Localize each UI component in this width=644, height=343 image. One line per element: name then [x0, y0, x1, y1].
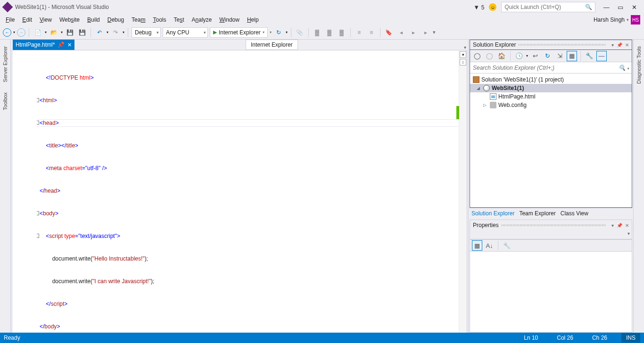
close-icon[interactable]: ✕: [625, 223, 629, 228]
menu-window[interactable]: Window: [215, 16, 243, 24]
sln-fwd-button[interactable]: ◯: [484, 51, 495, 61]
menu-debug[interactable]: Debug: [104, 16, 128, 24]
menu-help[interactable]: Help: [243, 16, 263, 24]
browser-link-button[interactable]: 📎: [295, 27, 305, 38]
active-tab-label: HtmlPage.html*: [16, 41, 55, 48]
pin-icon[interactable]: 📌: [58, 41, 65, 48]
sln-search-input[interactable]: Search Solution Explorer (Ctrl+;) 🔍 ▾: [470, 62, 632, 74]
indent-left-button[interactable]: ≡: [354, 27, 364, 38]
code-editor[interactable]: <!DOCTYPE html> -<html> -<head> <title><…: [12, 50, 467, 343]
pin-icon[interactable]: 📌: [617, 223, 622, 228]
active-document-tab[interactable]: HtmlPage.html* 📌 ✕: [13, 40, 74, 50]
dropdown-icon[interactable]: ▾: [611, 42, 614, 48]
platform-dropdown[interactable]: Any CPU: [163, 27, 208, 38]
redo-button[interactable]: ↷: [110, 27, 121, 38]
start-debug-button[interactable]: ▶Internet Explorer ▾: [210, 27, 268, 38]
open-file-button[interactable]: 📂: [49, 27, 59, 38]
bookmark-button[interactable]: 🔖: [384, 27, 394, 38]
close-icon[interactable]: ✕: [625, 42, 629, 48]
feedback-smiley-icon[interactable]: ☺: [489, 3, 496, 11]
editor-vscrollbar[interactable]: ▾ ↕: [459, 50, 467, 343]
pin-icon[interactable]: 📌: [617, 42, 622, 48]
close-tab-icon[interactable]: ✕: [67, 42, 72, 48]
status-ready: Ready: [4, 335, 20, 341]
status-line: Ln 10: [524, 335, 538, 341]
tab-solution-explorer[interactable]: Solution Explorer: [471, 210, 514, 217]
server-explorer-tab[interactable]: Server Explorer: [1, 41, 9, 87]
split-icon[interactable]: ▾: [460, 51, 466, 58]
sln-header[interactable]: Solution Explorer ▾📌✕: [470, 40, 632, 49]
save-button[interactable]: 💾: [65, 27, 75, 38]
preview-icon[interactable]: —: [596, 51, 607, 61]
tree-file-config[interactable]: ▷ Web.config: [470, 101, 632, 109]
props-wrench-icon[interactable]: 🔧: [502, 240, 512, 251]
tb-btn-a[interactable]: ▓: [312, 27, 322, 38]
tabs-overflow-icon[interactable]: ▾: [464, 45, 466, 50]
config-dropdown[interactable]: Debug: [132, 27, 161, 38]
bm-prev-button[interactable]: ◂: [396, 27, 406, 38]
menu-team[interactable]: Team: [128, 16, 149, 24]
properties-icon[interactable]: 🔧: [584, 51, 594, 61]
tree-solution[interactable]: Solution 'WebSite1(1)' (1 project): [470, 75, 632, 84]
sync-icon[interactable]: 🕓: [514, 51, 524, 61]
close-button[interactable]: ✕: [628, 4, 640, 11]
tree-project[interactable]: ◢ WebSite1(1): [470, 84, 632, 92]
expand-icon[interactable]: ↕: [460, 59, 466, 65]
nav-back-button[interactable]: ←: [3, 28, 11, 37]
tree-file-html[interactable]: HtmlPage.html: [470, 92, 632, 101]
menu-view[interactable]: View: [36, 16, 56, 24]
tb-btn-b[interactable]: ▓: [324, 27, 335, 38]
globe-icon: [483, 85, 490, 91]
props-object-dropdown[interactable]: [470, 230, 632, 239]
nav-forward-button[interactable]: →: [17, 28, 25, 37]
undo-button[interactable]: ↶: [94, 27, 105, 38]
user-name[interactable]: Harsh Singh: [594, 16, 625, 23]
categorized-icon[interactable]: ▦: [472, 240, 482, 251]
chevron-down-icon[interactable]: ▾: [627, 17, 629, 22]
notifications-flag-icon[interactable]: ▼ 5: [473, 4, 484, 11]
dropdown-icon[interactable]: ▾: [611, 223, 614, 228]
browser-refresh-button[interactable]: ↻: [273, 27, 284, 38]
fold-icon[interactable]: -: [37, 98, 39, 102]
right-panel-tabs: Solution Explorer Team Explorer Class Vi…: [470, 208, 632, 218]
sln-back-button[interactable]: ◯: [472, 51, 482, 61]
tab-class-view[interactable]: Class View: [561, 210, 588, 217]
menu-build[interactable]: Build: [83, 16, 104, 24]
toolbox-tab[interactable]: Toolbox: [1, 88, 9, 115]
props-header[interactable]: Properties ▾📌✕: [470, 220, 632, 230]
menu-analyze[interactable]: Analyze: [188, 16, 216, 24]
user-avatar[interactable]: HS: [631, 15, 640, 24]
expand-arrow-icon[interactable]: ▷: [483, 103, 488, 107]
quick-launch-input[interactable]: Quick Launch (Ctrl+Q) 🔍: [501, 2, 595, 12]
save-all-button[interactable]: 💾: [77, 27, 87, 38]
refresh-icon[interactable]: ↩: [530, 51, 540, 61]
bm-next-button[interactable]: ▸: [408, 27, 419, 38]
reload-icon[interactable]: ↻: [542, 51, 553, 61]
fold-icon[interactable]: -: [37, 121, 39, 125]
diagnostic-tools-tab[interactable]: Diagnostic Tools: [635, 41, 643, 89]
solution-tree[interactable]: Solution 'WebSite1(1)' (1 project) ◢ Web…: [470, 74, 632, 207]
menu-file[interactable]: File: [2, 16, 18, 24]
status-ins[interactable]: INS: [621, 333, 640, 343]
config-file-icon: [490, 102, 496, 108]
show-all-icon[interactable]: ▦: [567, 51, 577, 61]
fold-icon[interactable]: -: [37, 234, 39, 238]
alphabetical-icon[interactable]: A↓: [484, 240, 495, 251]
home-icon[interactable]: 🏠: [496, 51, 507, 61]
menu-edit[interactable]: Edit: [18, 16, 36, 24]
code-area[interactable]: <!DOCTYPE html> -<html> -<head> <title><…: [37, 50, 459, 343]
tb-btn-c[interactable]: ▓: [337, 27, 347, 38]
expand-arrow-icon[interactable]: ◢: [477, 86, 481, 90]
menu-website[interactable]: Website: [56, 16, 83, 24]
menu-test[interactable]: Test: [170, 16, 188, 24]
collapse-icon[interactable]: ⇲: [554, 51, 565, 61]
minimize-button[interactable]: —: [600, 4, 612, 11]
menu-tools[interactable]: Tools: [149, 16, 170, 24]
new-project-button[interactable]: 📄: [33, 27, 43, 38]
bm-clear-button[interactable]: ▸: [421, 27, 431, 38]
tab-team-explorer[interactable]: Team Explorer: [519, 210, 555, 217]
indent-right-button[interactable]: ≡: [366, 27, 377, 38]
maximize-button[interactable]: ▭: [614, 4, 627, 11]
fold-icon[interactable]: -: [37, 211, 39, 215]
properties-grid[interactable]: [470, 252, 632, 332]
